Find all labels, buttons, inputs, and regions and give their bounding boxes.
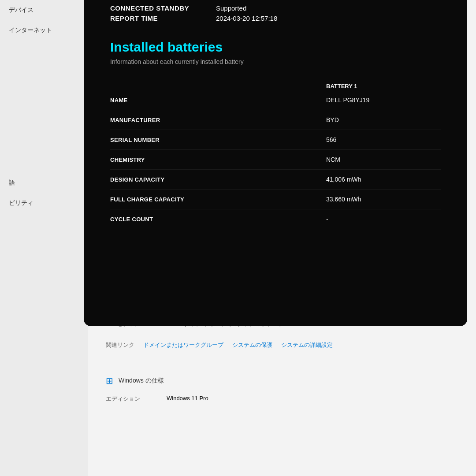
battery-column-label: BATTERY 1 [326, 83, 441, 89]
related-links-label: 関連リンク [106, 341, 134, 349]
name-label: NAME [110, 97, 326, 104]
manufacturer-value: BYD [326, 116, 441, 123]
connected-standby-value: Supported [216, 4, 246, 12]
chemistry-label: CHEMISTRY [110, 156, 326, 163]
name-row: NAME DELL PG8YJ19 [110, 97, 441, 110]
sidebar-item-language[interactable]: 語 [0, 173, 88, 193]
section-title: Installed batteries [110, 40, 441, 55]
chemistry-value: NCM [326, 156, 441, 163]
design-capacity-label: DESIGN CAPACITY [110, 176, 326, 183]
top-info: CONNECTED STANDBY Supported REPORT TIME … [110, 0, 441, 22]
edition-label: エディション [106, 395, 140, 403]
connected-standby-row: CONNECTED STANDBY Supported [110, 4, 441, 12]
edition-value: Windows 11 Pro [167, 395, 208, 403]
windows-spec: ⊞ Windows の仕様 [106, 376, 458, 386]
battery-report-panel: CONNECTED STANDBY Supported REPORT TIME … [84, 0, 467, 326]
serial-number-row: SERIAL NUMBER 566 [110, 136, 441, 150]
sidebar-item-internet[interactable]: インターネット [0, 20, 88, 41]
related-links: 関連リンク ドメインまたはワークグループ システムの保護 システムの詳細設定 [106, 341, 458, 349]
chemistry-row: CHEMISTRY NCM [110, 156, 441, 170]
cycle-count-row: CYCLE COUNT - [110, 216, 441, 229]
battery-column-header: BATTERY 1 [110, 83, 441, 89]
connected-standby-label: CONNECTED STANDBY [110, 4, 216, 12]
sidebar-item-device[interactable]: デバイス [0, 0, 88, 20]
domain-workgroup-link[interactable]: ドメインまたはワークグループ [143, 341, 223, 349]
design-capacity-row: DESIGN CAPACITY 41,006 mWh [110, 176, 441, 190]
windows-spec-label: Windows の仕様 [119, 377, 164, 385]
full-charge-label: FULL CHARGE CAPACITY [110, 196, 326, 203]
design-capacity-value: 41,006 mWh [326, 176, 441, 183]
cycle-count-label: CYCLE COUNT [110, 216, 326, 223]
manufacturer-label: MANUFACTURER [110, 117, 326, 123]
battery-table: BATTERY 1 NAME DELL PG8YJ19 MANUFACTURER… [110, 83, 441, 229]
report-time-value: 2024-03-20 12:57:18 [216, 15, 277, 22]
section-subtitle: Information about each currently install… [110, 58, 441, 65]
full-charge-row: FULL CHARGE CAPACITY 33,660 mWh [110, 196, 441, 209]
advanced-settings-link[interactable]: システムの詳細設定 [281, 341, 333, 349]
edition-row: エディション Windows 11 Pro [106, 395, 458, 403]
sidebar: デバイス インターネット 語 ビリティ [0, 0, 88, 476]
serial-number-label: SERIAL NUMBER [110, 137, 326, 143]
cycle-count-value: - [326, 216, 441, 223]
name-value: DELL PG8YJ19 [326, 97, 441, 104]
manufacturer-row: MANUFACTURER BYD [110, 116, 441, 130]
full-charge-value: 33,660 mWh [326, 196, 441, 203]
report-time-row: REPORT TIME 2024-03-20 12:57:18 [110, 15, 441, 22]
windows-logo-icon: ⊞ [106, 376, 113, 386]
sidebar-item-accessibility[interactable]: ビリティ [0, 193, 88, 213]
report-time-label: REPORT TIME [110, 15, 216, 22]
system-protection-link[interactable]: システムの保護 [232, 341, 272, 349]
serial-number-value: 566 [326, 136, 441, 143]
